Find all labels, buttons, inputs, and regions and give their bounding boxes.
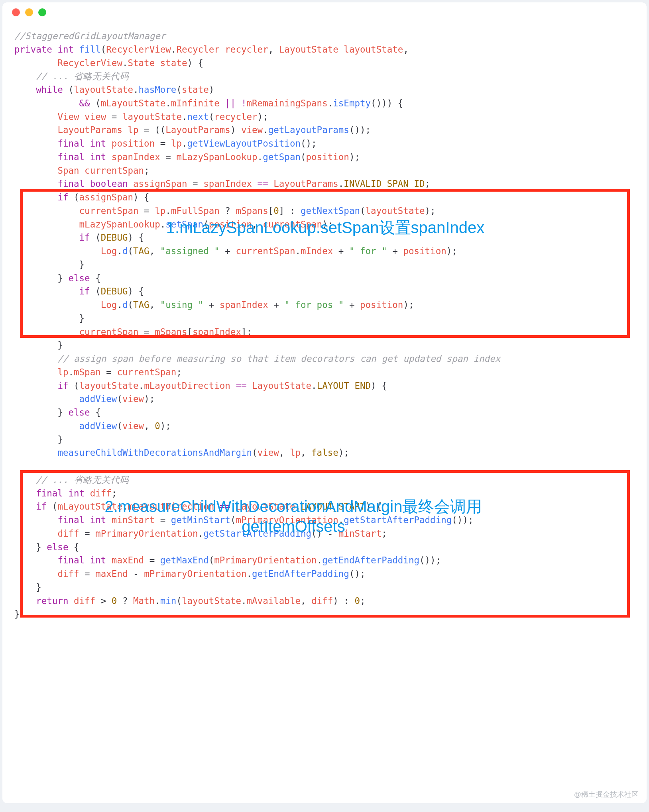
maximize-icon[interactable]	[38, 8, 46, 16]
minimize-icon[interactable]	[25, 8, 33, 16]
code-comment: //StaggeredGridLayoutManager	[14, 31, 165, 41]
watermark: @稀土掘金技术社区	[574, 790, 639, 799]
close-icon[interactable]	[12, 8, 20, 16]
code-comment: // assign span before measuring so that …	[57, 353, 500, 364]
code-window: //StaggeredGridLayoutManager private int…	[2, 2, 647, 803]
window-titlebar	[2, 2, 647, 22]
code-comment: // ... 省略无关代码	[36, 71, 129, 81]
code-block: //StaggeredGridLayoutManager private int…	[2, 22, 647, 633]
code-comment: // ... 省略无关代码	[36, 475, 129, 485]
